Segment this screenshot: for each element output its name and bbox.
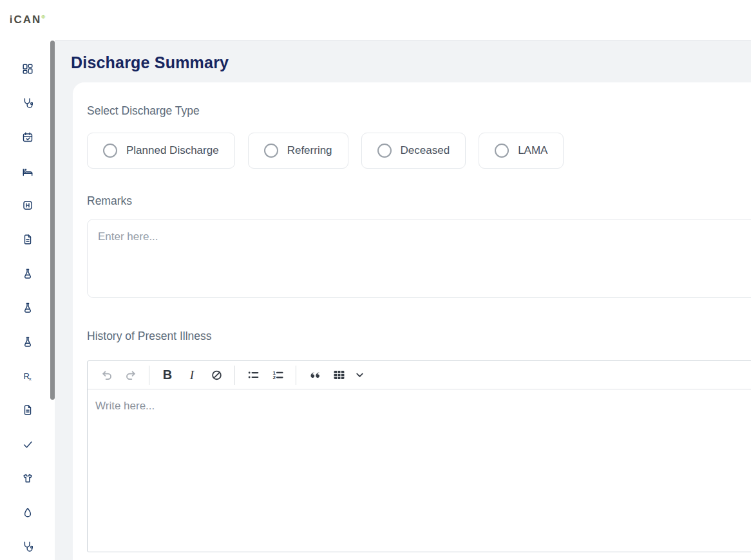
sidebar: iCAN®: [0, 0, 55, 560]
editor-toolbar: B I: [88, 361, 751, 389]
bullet-list-icon: [247, 369, 260, 381]
sidebar-item-lab-3[interactable]: [23, 337, 33, 347]
italic-icon: I: [190, 368, 194, 382]
radio-button[interactable]: [264, 144, 278, 158]
svg-text:2: 2: [272, 375, 276, 380]
sidebar-item-prescription[interactable]: R x: [23, 371, 33, 381]
discharge-type-options: Planned Discharge Referring Deceased LAM…: [87, 133, 751, 169]
undo-icon: [100, 369, 113, 381]
remarks-input[interactable]: [87, 219, 751, 298]
sidebar-item-hospital[interactable]: [23, 200, 33, 210]
hospital-icon: [23, 200, 33, 210]
logo-area: iCAN®: [0, 0, 55, 40]
sidebar-item-blood[interactable]: [23, 507, 33, 518]
blockquote-icon: [309, 369, 321, 381]
sidebar-nav: R x: [0, 40, 55, 552]
bed-icon: [23, 166, 33, 176]
option-lama[interactable]: LAMA: [479, 133, 564, 169]
hpi-editor-content[interactable]: Write here...: [88, 389, 751, 552]
toolbar-divider: [234, 366, 235, 385]
blockquote-button[interactable]: [305, 366, 324, 385]
shirt-icon: [23, 473, 33, 483]
main-content: Discharge Summary Select Discharge Type …: [55, 41, 751, 560]
flask-icon: [23, 303, 33, 313]
radio-button[interactable]: [377, 144, 392, 158]
sidebar-item-dashboard[interactable]: [23, 64, 33, 74]
prescription-icon: R x: [23, 371, 33, 381]
hpi-placeholder: Write here...: [95, 400, 155, 412]
italic-button[interactable]: I: [182, 366, 202, 385]
redo-icon: [125, 369, 137, 381]
hpi-label: History of Present Illness: [87, 330, 751, 343]
document-icon: [23, 405, 33, 415]
sidebar-item-consults[interactable]: [23, 541, 33, 552]
option-label: Planned Discharge: [126, 144, 219, 157]
discharge-summary-card: Select Discharge Type Planned Discharge …: [73, 82, 751, 560]
undo-button[interactable]: [97, 366, 116, 385]
sidebar-item-lab-2[interactable]: [23, 303, 33, 313]
remarks-label: Remarks: [87, 194, 751, 208]
ordered-list-icon: 1 2: [272, 369, 284, 381]
discharge-type-label: Select Discharge Type: [87, 104, 751, 118]
option-label: LAMA: [518, 144, 547, 157]
app-logo[interactable]: iCAN®: [10, 14, 45, 26]
sidebar-item-tasks[interactable]: [23, 439, 33, 449]
option-referring[interactable]: Referring: [248, 133, 348, 169]
droplet-icon: [23, 507, 33, 518]
table-icon: [333, 369, 345, 381]
sidebar-item-opd[interactable]: [23, 98, 33, 108]
flask-icon: [23, 337, 33, 347]
option-planned-discharge[interactable]: Planned Discharge: [87, 133, 235, 169]
hpi-editor: B I: [87, 360, 751, 552]
sidebar-item-appointments[interactable]: [23, 132, 33, 142]
sidebar-item-linen[interactable]: [23, 473, 33, 483]
calendar-check-icon: [23, 132, 33, 142]
sidebar-item-notes[interactable]: [23, 405, 33, 415]
option-label: Referring: [287, 144, 332, 157]
logo-text-rest: CAN: [14, 14, 41, 25]
bullet-list-button[interactable]: [243, 366, 263, 385]
checkmark-icon: [23, 439, 33, 449]
chevron-down-icon: [354, 369, 366, 381]
toolbar-divider: [149, 366, 149, 385]
option-deceased[interactable]: Deceased: [361, 133, 466, 169]
table-menu-button[interactable]: [350, 366, 369, 385]
svg-text:x: x: [28, 376, 31, 381]
option-label: Deceased: [401, 144, 450, 157]
redo-button[interactable]: [121, 366, 140, 385]
sidebar-item-lab-1[interactable]: [23, 268, 33, 279]
logo-trademark: ®: [41, 15, 45, 20]
dashboard-icon: [23, 64, 33, 74]
table-button[interactable]: [329, 366, 348, 385]
radio-button[interactable]: [103, 144, 117, 158]
link-icon: [211, 369, 223, 381]
stethoscope-icon: [23, 541, 33, 552]
ordered-list-button[interactable]: 1 2: [268, 366, 287, 385]
sidebar-item-ipd-beds[interactable]: [23, 166, 33, 176]
document-icon: [23, 234, 33, 245]
logo-text-i: i: [10, 14, 14, 25]
stethoscope-icon: [23, 98, 33, 108]
flask-icon: [23, 268, 33, 279]
toolbar-divider: [296, 366, 296, 385]
radio-button[interactable]: [495, 144, 509, 158]
page-title: Discharge Summary: [71, 53, 229, 72]
sidebar-scrollbar-thumb[interactable]: [50, 41, 55, 400]
bold-button[interactable]: B: [158, 366, 177, 385]
link-button[interactable]: [207, 366, 226, 385]
sidebar-item-records[interactable]: [23, 234, 33, 245]
bold-icon: B: [163, 368, 172, 382]
